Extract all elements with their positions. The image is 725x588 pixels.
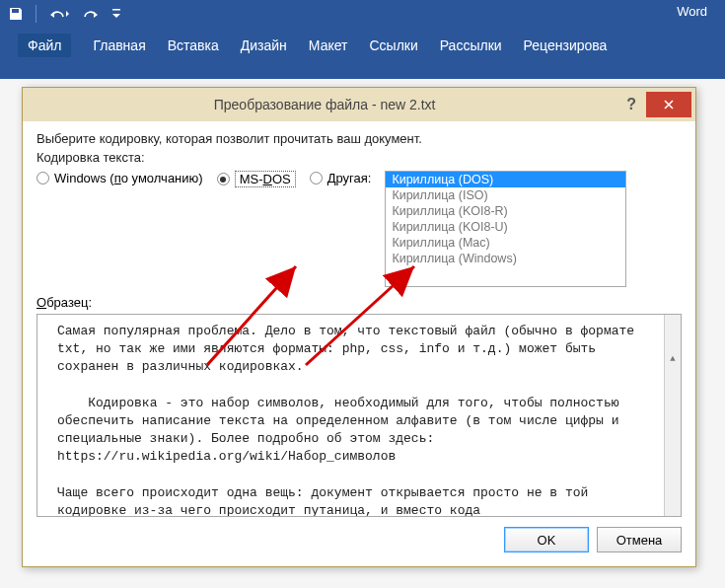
- tab-review[interactable]: Рецензирова: [524, 37, 608, 53]
- dialog-titlebar[interactable]: Преобразование файла - new 2.txt ?: [23, 88, 695, 121]
- encoding-group-label: Кодировка текста:: [36, 150, 682, 165]
- encoding-option[interactable]: Кириллица (KOI8-U): [386, 219, 625, 235]
- radio-windows-label: Windows (по умолчанию): [54, 171, 203, 185]
- sample-scrollbar[interactable]: ▲: [664, 315, 681, 516]
- document-area: Преобразование файла - new 2.txt ? Выбер…: [0, 79, 725, 588]
- dialog-title: Преобразование файла - new 2.txt: [33, 97, 616, 112]
- tab-insert[interactable]: Вставка: [168, 37, 219, 53]
- encoding-listbox[interactable]: Кириллица (DOS) Кириллица (ISO) Кириллиц…: [385, 171, 626, 287]
- radio-msdos[interactable]: MS-DOS: [217, 171, 296, 187]
- tab-home[interactable]: Главная: [93, 37, 145, 53]
- ok-button[interactable]: OK: [504, 527, 589, 552]
- sample-label: Образец:: [36, 295, 682, 310]
- app-title: Word: [677, 4, 707, 19]
- file-conversion-dialog: Преобразование файла - new 2.txt ? Выбер…: [22, 87, 696, 567]
- sample-preview: Самая популярная проблема. Дело в том, ч…: [36, 314, 682, 517]
- encoding-option[interactable]: Кириллица (KOI8-R): [386, 203, 625, 219]
- redo-icon[interactable]: [82, 6, 100, 22]
- ribbon-tabs: Файл Главная Вставка Дизайн Макет Ссылки…: [0, 28, 725, 53]
- ribbon: Word Файл Главная Вставка Дизайн Макет С…: [0, 0, 725, 79]
- tab-layout[interactable]: Макет: [309, 37, 348, 53]
- radio-icon: [310, 172, 323, 184]
- qat-separator: [36, 5, 36, 23]
- radio-other-label: Другая:: [327, 171, 372, 185]
- radio-other[interactable]: Другая:: [310, 171, 372, 185]
- undo-icon[interactable]: [48, 6, 70, 22]
- tab-mailings[interactable]: Рассылки: [440, 37, 502, 53]
- encoding-option[interactable]: Кириллица (DOS): [386, 172, 625, 187]
- svg-rect-0: [112, 9, 120, 11]
- dialog-instruction: Выберите кодировку, которая позволит про…: [36, 131, 682, 146]
- tab-references[interactable]: Ссылки: [369, 37, 417, 53]
- radio-msdos-label: MS-DOS: [235, 171, 296, 187]
- encoding-radio-row: Windows (по умолчанию) MS-DOS Другая: Ки…: [36, 171, 682, 287]
- close-icon[interactable]: [646, 92, 691, 117]
- scroll-up-icon[interactable]: ▲: [665, 350, 681, 367]
- encoding-option[interactable]: Кириллица (Windows): [386, 251, 625, 266]
- radio-icon: [217, 173, 230, 185]
- qat-customize-icon[interactable]: [111, 6, 121, 22]
- sample-text: Самая популярная проблема. Дело в том, ч…: [57, 324, 642, 517]
- encoding-option[interactable]: Кириллица (ISO): [386, 187, 625, 203]
- radio-windows[interactable]: Windows (по умолчанию): [36, 171, 203, 185]
- dialog-buttons: OK Отмена: [36, 527, 682, 552]
- radio-icon: [36, 172, 49, 184]
- quick-access-toolbar: [0, 0, 725, 28]
- save-icon[interactable]: [8, 6, 24, 22]
- tab-file[interactable]: Файл: [18, 34, 71, 57]
- help-icon[interactable]: ?: [616, 96, 646, 113]
- cancel-button[interactable]: Отмена: [597, 527, 682, 552]
- encoding-option[interactable]: Кириллица (Mac): [386, 235, 625, 251]
- dialog-body: Выберите кодировку, которая позволит про…: [23, 121, 695, 566]
- tab-design[interactable]: Дизайн: [241, 37, 287, 53]
